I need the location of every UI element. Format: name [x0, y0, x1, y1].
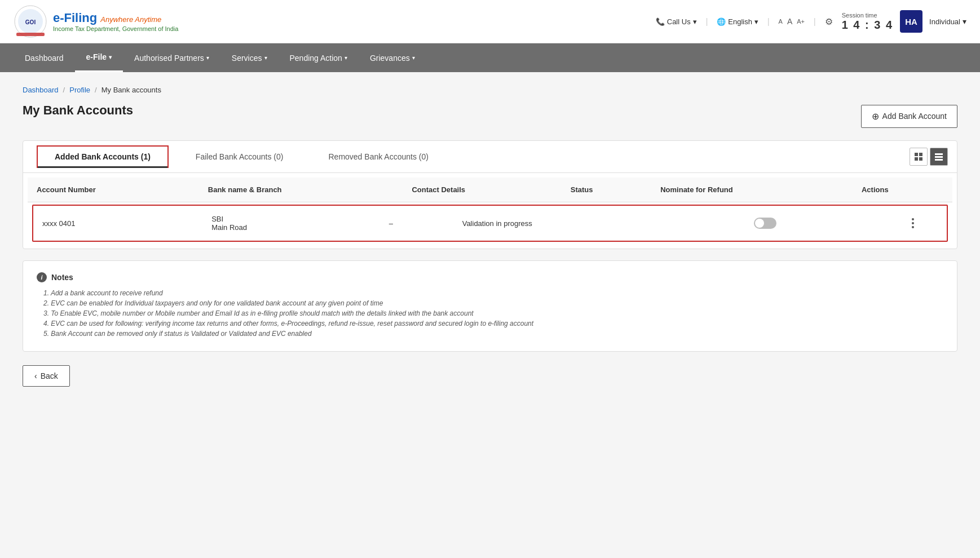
breadcrumb-profile[interactable]: Profile — [69, 86, 90, 94]
svg-rect-5 — [919, 153, 922, 156]
logo-text: e-Filing Anywhere Anytime Income Tax Dep… — [53, 11, 178, 32]
font-medium-button[interactable]: A — [787, 17, 792, 26]
session-block: Session time 1 4 : 3 4 HA Individual ▾ — [842, 10, 966, 33]
svg-rect-3 — [16, 33, 45, 36]
call-us-button[interactable]: 📞 Call Us ▾ — [656, 17, 697, 26]
breadcrumb: Dashboard / Profile / My Bank accounts — [23, 86, 957, 94]
notes-title: i Notes — [37, 272, 943, 282]
top-bar: GOI e-Filing Anywhere Anytime Income Tax… — [0, 0, 980, 43]
plus-circle-icon: ⊕ — [872, 111, 879, 122]
notes-label: Notes — [51, 273, 73, 282]
cell-nominate — [745, 206, 880, 241]
nav-dashboard[interactable]: Dashboard — [14, 45, 75, 72]
session-time-label: Session time — [842, 12, 893, 19]
nav-services[interactable]: Services ▾ — [220, 45, 279, 72]
nav-efile[interactable]: e-File ▾ — [75, 43, 123, 72]
pending-chevron-icon: ▾ — [345, 55, 347, 61]
list-icon — [934, 152, 943, 161]
back-label: Back — [41, 371, 58, 380]
table-container: Account Number Bank name & Branch Contac… — [23, 173, 957, 249]
call-chevron-icon: ▾ — [693, 17, 697, 26]
phone-icon: 📞 — [656, 17, 665, 26]
notes-list: 1. Add a bank account to receive refund … — [37, 289, 943, 338]
session-info: Session time 1 4 : 3 4 — [842, 12, 893, 32]
table-row: xxxx 0401 SBI Main Road – Validation in … — [33, 206, 947, 241]
bank-accounts-card: Added Bank Accounts (1) Failed Bank Acco… — [23, 140, 957, 249]
nav-grievances[interactable]: Grievances ▾ — [359, 45, 426, 72]
separator-3: | — [814, 17, 816, 26]
col-actions: Actions — [853, 178, 952, 202]
bank-branch: Main Road — [211, 223, 370, 232]
back-button[interactable]: ‹ Back — [23, 365, 70, 387]
svg-rect-8 — [935, 153, 943, 155]
col-nominate: Nominate for Refund — [651, 178, 853, 202]
cell-bank-name: SBI Main Road — [202, 206, 379, 241]
separator-2: | — [767, 17, 770, 26]
add-bank-account-button[interactable]: ⊕ Add Bank Account — [861, 105, 957, 128]
title-row: My Bank Accounts ⊕ Add Bank Account — [23, 103, 957, 129]
table-header: Account Number Bank name & Branch Contac… — [28, 178, 952, 202]
logo: GOI e-Filing Anywhere Anytime Income Tax… — [14, 5, 178, 38]
col-contact-details: Contact Details — [403, 178, 561, 202]
header-row: Account Number Bank name & Branch Contac… — [28, 178, 952, 202]
add-bank-label: Add Bank Account — [882, 112, 947, 121]
top-right-controls: 📞 Call Us ▾ | 🌐 English ▾ | A A A+ | ⚙ S… — [656, 10, 966, 33]
font-size-controls: A A A+ — [779, 17, 805, 26]
note-1: 1. Add a bank account to receive refund — [37, 289, 943, 297]
nominate-toggle[interactable] — [754, 218, 776, 229]
dot-3 — [912, 226, 914, 228]
user-dropdown[interactable]: Individual ▾ — [929, 17, 966, 26]
nav-pending-action[interactable]: Pending Action ▾ — [279, 45, 359, 72]
cell-actions — [880, 206, 947, 241]
user-type-label: Individual — [929, 17, 960, 26]
globe-icon: 🌐 — [717, 17, 726, 26]
breadcrumb-sep-2: / — [95, 86, 97, 94]
bank-row-table: xxxx 0401 SBI Main Road – Validation in … — [33, 206, 947, 241]
svg-rect-7 — [919, 157, 922, 161]
actions-menu-button[interactable] — [889, 218, 938, 228]
note-4: 4. EVC can be used for following: verify… — [37, 320, 943, 327]
main-nav: Dashboard e-File ▾ Authorised Partners ▾… — [0, 43, 980, 72]
cell-account-number: xxxx 0401 — [33, 206, 202, 241]
user-chevron-icon: ▾ — [963, 17, 966, 26]
svg-rect-9 — [935, 156, 943, 158]
tab-removed-bank-accounts[interactable]: Removed Bank Accounts (0) — [306, 143, 451, 170]
list-view-button[interactable] — [930, 148, 948, 166]
page-title: My Bank Accounts — [23, 103, 133, 118]
tab-failed-bank-accounts[interactable]: Failed Bank Accounts (0) — [173, 143, 306, 170]
efiling-title: e-Filing Anywhere Anytime — [53, 11, 178, 25]
breadcrumb-current: My Bank accounts — [101, 86, 161, 94]
logo-subtitle: Income Tax Department, Government of Ind… — [53, 25, 178, 32]
lang-chevron-icon: ▾ — [754, 17, 758, 26]
breadcrumb-dashboard[interactable]: Dashboard — [23, 86, 59, 94]
note-2: 2. EVC can be enabled for Individual tax… — [37, 299, 943, 307]
separator-1: | — [706, 17, 708, 26]
partners-chevron-icon: ▾ — [206, 55, 209, 61]
language-label: English — [728, 17, 752, 26]
svg-rect-4 — [915, 153, 918, 156]
grid-icon — [914, 152, 923, 161]
emblem-icon: GOI — [14, 5, 47, 38]
col-bank-name: Bank name & Branch — [199, 178, 403, 202]
grid-view-button[interactable] — [910, 148, 928, 166]
tab-added-bank-accounts[interactable]: Added Bank Accounts (1) — [37, 145, 169, 168]
back-arrow-icon: ‹ — [34, 371, 37, 380]
dot-1 — [912, 218, 914, 220]
svg-text:GOI: GOI — [25, 19, 36, 25]
tabs-row: Added Bank Accounts (1) Failed Bank Acco… — [23, 141, 957, 173]
utility-controls: 📞 Call Us ▾ | 🌐 English ▾ | A A A+ | ⚙ — [656, 16, 833, 27]
session-time-value: 1 4 : 3 4 — [842, 19, 893, 32]
svg-rect-6 — [915, 157, 918, 161]
breadcrumb-sep-1: / — [63, 86, 65, 94]
language-selector[interactable]: 🌐 English ▾ — [717, 17, 758, 26]
toggle-knob — [755, 219, 764, 228]
efiling-tagline: Anywhere Anytime — [100, 15, 161, 24]
nav-authorised-partners[interactable]: Authorised Partners ▾ — [123, 45, 220, 72]
font-large-button[interactable]: A+ — [797, 18, 805, 25]
settings-icon[interactable]: ⚙ — [825, 16, 833, 27]
col-status: Status — [562, 178, 651, 202]
font-small-button[interactable]: A — [779, 18, 783, 25]
grievances-chevron-icon: ▾ — [412, 55, 415, 61]
col-account-number: Account Number — [28, 178, 199, 202]
bank-accounts-table: Account Number Bank name & Branch Contac… — [28, 178, 952, 202]
